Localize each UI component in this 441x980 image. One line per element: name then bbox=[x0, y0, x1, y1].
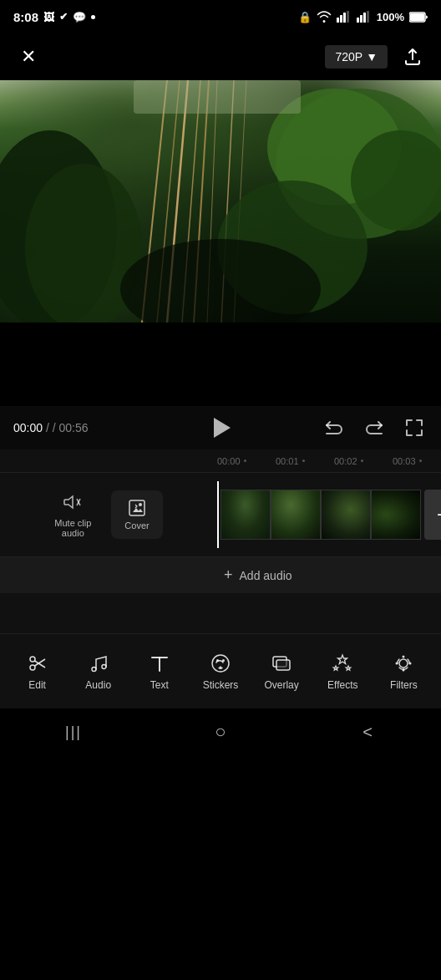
ruler-mark-3: 00:03 bbox=[393, 456, 441, 466]
tool-text-label: Text bbox=[150, 679, 169, 691]
tool-overlay[interactable]: Overlay bbox=[251, 646, 312, 698]
svg-rect-6 bbox=[363, 13, 366, 23]
filters-icon bbox=[393, 652, 414, 674]
quality-selector[interactable]: 720P ▼ bbox=[325, 45, 388, 69]
tool-audio[interactable]: Audio bbox=[68, 646, 129, 698]
scissors-icon bbox=[27, 652, 48, 674]
home-button[interactable]: ○ bbox=[200, 712, 241, 752]
svg-point-31 bbox=[30, 657, 35, 662]
tool-stickers[interactable]: Stickers bbox=[190, 646, 251, 698]
toolbar-right: 720P ▼ bbox=[325, 42, 428, 72]
svg-point-35 bbox=[92, 667, 96, 671]
status-right-group: 🔒 100% bbox=[298, 11, 428, 23]
time-display: 00:00 / / 00:56 bbox=[13, 421, 151, 434]
fullscreen-button[interactable] bbox=[401, 414, 428, 441]
ruler-mark-0: 00:00 bbox=[217, 456, 276, 466]
timeline-ruler: 00:00 00:01 00:02 00:03 00:0 bbox=[0, 449, 441, 473]
top-toolbar: ✕ 720P ▼ bbox=[0, 33, 441, 80]
play-icon bbox=[214, 418, 231, 438]
ruler-dot-2 bbox=[361, 460, 363, 462]
redo-button[interactable] bbox=[361, 414, 388, 441]
effects-icon bbox=[332, 652, 353, 674]
svg-rect-2 bbox=[343, 13, 346, 23]
messenger-icon: 💬 bbox=[73, 11, 86, 23]
signal-icon bbox=[337, 11, 352, 23]
playhead bbox=[217, 481, 219, 548]
tool-edit[interactable]: Edit bbox=[7, 646, 68, 698]
home-icon: ○ bbox=[215, 721, 226, 743]
strip-frame-inner-3 bbox=[322, 490, 370, 539]
svg-rect-9 bbox=[410, 13, 424, 21]
play-controls-center bbox=[151, 411, 289, 444]
strip-frame-3 bbox=[321, 490, 371, 540]
play-button[interactable] bbox=[204, 411, 237, 444]
export-button[interactable] bbox=[398, 42, 428, 72]
svg-point-44 bbox=[399, 659, 408, 668]
quality-arrow-icon: ▼ bbox=[366, 50, 378, 63]
timeline-area: 00:00 00:01 00:02 00:03 00:0 bbox=[0, 449, 441, 633]
battery-label: 100% bbox=[377, 11, 404, 23]
quality-label: 720P bbox=[335, 50, 362, 63]
controls-right bbox=[290, 414, 428, 441]
tool-edit-label: Edit bbox=[28, 679, 46, 691]
strip-frame-2 bbox=[271, 490, 321, 540]
undo-button[interactable] bbox=[321, 414, 347, 441]
mute-icon bbox=[62, 491, 84, 513]
svg-point-36 bbox=[102, 664, 106, 668]
back-button[interactable]: < bbox=[347, 712, 388, 752]
strip-frame-inner-2 bbox=[271, 490, 320, 539]
add-clip-button[interactable]: + bbox=[424, 490, 441, 540]
tool-filters-label: Filters bbox=[390, 679, 418, 691]
tool-filters[interactable]: Filters bbox=[373, 646, 434, 698]
add-audio-label: Add audio bbox=[240, 569, 292, 582]
ruler-dot-0 bbox=[244, 460, 246, 462]
add-audio-plus-icon: + bbox=[224, 566, 233, 584]
cover-label: Cover bbox=[124, 520, 149, 531]
back-icon: < bbox=[362, 723, 373, 742]
video-preview bbox=[0, 80, 441, 322]
add-audio-row[interactable]: + Add audio bbox=[0, 556, 441, 593]
video-frame bbox=[0, 80, 441, 322]
strip-frame-1 bbox=[220, 490, 271, 540]
battery-icon bbox=[409, 12, 428, 23]
svg-rect-3 bbox=[347, 11, 349, 23]
dot-icon bbox=[91, 15, 95, 19]
svg-point-40 bbox=[216, 659, 219, 662]
mute-label: Mute clip audio bbox=[54, 518, 91, 538]
current-time: 00:00 bbox=[13, 421, 43, 434]
video-strip[interactable]: + bbox=[220, 490, 441, 540]
track-left-panel: Mute clip audio Cover bbox=[0, 490, 217, 539]
svg-point-47 bbox=[396, 662, 398, 664]
mute-action[interactable]: Mute clip audio bbox=[54, 491, 91, 538]
bottom-toolbar: Edit Audio Text bbox=[0, 633, 441, 708]
svg-point-48 bbox=[409, 662, 412, 664]
svg-point-30 bbox=[139, 503, 142, 506]
cover-action[interactable]: Cover bbox=[111, 490, 162, 539]
video-canvas bbox=[0, 80, 441, 322]
below-video-area bbox=[0, 322, 441, 406]
tool-effects[interactable]: Effects bbox=[312, 646, 373, 698]
time-sep-slash: / bbox=[53, 421, 59, 434]
svg-point-32 bbox=[30, 665, 35, 670]
time-separator: / bbox=[46, 421, 49, 434]
tool-audio-label: Audio bbox=[85, 679, 111, 691]
ruler-dot-1 bbox=[302, 460, 305, 462]
lock-icon: 🔒 bbox=[298, 11, 312, 23]
tool-text[interactable]: Text bbox=[129, 646, 190, 698]
rope-overlay bbox=[0, 80, 441, 322]
close-button[interactable]: ✕ bbox=[13, 42, 43, 72]
status-time: 8:08 bbox=[13, 10, 38, 24]
svg-rect-5 bbox=[360, 15, 362, 23]
track-content: + bbox=[217, 481, 441, 548]
text-tool-icon bbox=[149, 652, 170, 674]
recent-apps-button[interactable]: ||| bbox=[53, 712, 94, 752]
wifi-icon bbox=[317, 11, 332, 23]
svg-rect-4 bbox=[357, 18, 359, 23]
ruler-mark-2: 00:02 bbox=[334, 456, 393, 466]
tool-stickers-label: Stickers bbox=[203, 679, 239, 691]
svg-point-45 bbox=[403, 655, 405, 658]
close-icon: ✕ bbox=[21, 46, 36, 68]
svg-rect-26 bbox=[134, 80, 301, 114]
strip-frame-inner-1 bbox=[221, 490, 270, 539]
strip-frame-4 bbox=[371, 490, 421, 540]
